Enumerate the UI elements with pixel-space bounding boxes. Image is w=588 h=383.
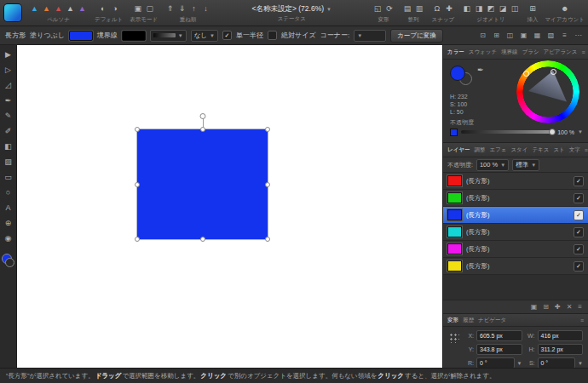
layer-row-selected[interactable]: (長方形) ✓	[443, 207, 588, 224]
layer-row[interactable]: (長方形) ✓	[443, 258, 588, 275]
tab-appearance[interactable]: アピアランス	[544, 49, 578, 56]
mask-layer-icon[interactable]: ▣	[531, 303, 538, 311]
stroke-width-dropdown[interactable]: ▼	[150, 30, 187, 42]
tab-character[interactable]: 文字	[569, 146, 580, 154]
x-input[interactable]: 605.5 px	[476, 330, 522, 341]
layer-visibility-checkbox[interactable]: ✓	[574, 193, 584, 203]
tab-brushes[interactable]: ブラシ	[522, 49, 539, 56]
tab-stroke[interactable]: 境界線	[501, 49, 518, 56]
viewmode-outline-icon[interactable]: ▢	[144, 3, 155, 14]
selection-handle-middle-right[interactable]	[265, 182, 270, 187]
add-layer-icon[interactable]: ✚	[555, 303, 561, 311]
corner-tool[interactable]: ◿	[2, 79, 14, 91]
blend-mode-dropdown[interactable]: 標準▼	[512, 159, 539, 171]
selection-handle-bottom-left[interactable]	[135, 237, 140, 242]
adjustment-layer-icon[interactable]: ⊞	[543, 303, 549, 311]
tab-styles[interactable]: スタイ	[510, 146, 527, 154]
layer-thumbnail[interactable]	[447, 243, 462, 254]
convert-to-curves-button[interactable]: カーブに変換	[390, 29, 443, 43]
layer-row[interactable]: (長方形) ✓	[443, 224, 588, 241]
margins-icon[interactable]: ▣	[519, 31, 528, 41]
layer-thumbnail[interactable]	[447, 260, 462, 272]
tab-color[interactable]: カラー	[447, 49, 464, 56]
distribute-icon[interactable]: ▥	[413, 3, 424, 14]
tab-navigator[interactable]: ナビゲータ	[478, 317, 506, 324]
layer-options-icon[interactable]: ≡	[578, 303, 582, 311]
fill-stroke-indicator[interactable]	[2, 254, 14, 267]
layer-row[interactable]: (長方形) ✓	[443, 190, 588, 207]
selection-handle-middle-left[interactable]	[135, 182, 140, 187]
sl-selector[interactable]	[551, 69, 556, 75]
opacity-slider[interactable]	[461, 130, 554, 134]
export-persona-icon[interactable]: ▲	[53, 3, 64, 14]
designer-persona-icon[interactable]: ▲	[29, 3, 40, 14]
fill-swatch[interactable]	[69, 31, 93, 41]
tab-stock[interactable]: スト	[553, 146, 564, 154]
absolute-size-checkbox[interactable]	[268, 31, 277, 40]
pen-tool[interactable]: ✒	[2, 94, 14, 106]
ellipse-tool[interactable]: ○	[2, 186, 14, 198]
boolean-xor-icon[interactable]: ◪	[497, 3, 508, 14]
single-radius-checkbox[interactable]: ✓	[222, 31, 232, 40]
move-backward-icon[interactable]: ↓	[200, 3, 211, 14]
panel-menu-icon[interactable]: ≡	[585, 147, 588, 153]
columns-icon[interactable]: ◫	[505, 31, 515, 41]
tab-history[interactable]: 履歴	[463, 317, 474, 324]
viewmode-vector-icon[interactable]: ▣	[132, 3, 143, 14]
width-input[interactable]: 416 px	[538, 330, 584, 341]
layer-thumbnail[interactable]	[447, 175, 462, 186]
delete-layer-icon[interactable]: ✕	[567, 303, 573, 311]
boolean-subtract-icon[interactable]: ◨	[473, 3, 484, 14]
panel-menu-icon[interactable]: ≡	[581, 49, 585, 55]
corner-type-dropdown[interactable]: ▼	[354, 30, 386, 42]
boolean-divide-icon[interactable]: ◫	[509, 3, 520, 14]
pixel-persona-icon[interactable]: ▲	[41, 3, 52, 14]
tab-swatches[interactable]: スウォッチ	[469, 49, 497, 56]
selection-handle-top-right[interactable]	[265, 127, 270, 132]
tab-layers[interactable]: レイヤー	[447, 146, 470, 154]
tab-adjustments[interactable]: 調整	[474, 146, 485, 154]
more-icon[interactable]: ⋯	[574, 31, 583, 41]
layer-thumbnail[interactable]	[447, 226, 462, 237]
transparency-tool[interactable]: ▨	[2, 156, 14, 168]
height-input[interactable]: 311.2 px	[538, 344, 584, 355]
align-icon[interactable]: ▤	[401, 3, 412, 14]
pixel-grid-icon[interactable]: ▦	[533, 31, 542, 41]
grid-icon[interactable]: ⊞	[492, 31, 501, 41]
layer-visibility-checkbox[interactable]: ✓	[574, 261, 584, 272]
layer-visibility-checkbox[interactable]: ✓	[574, 244, 584, 254]
snapping-magnet-icon[interactable]: Ω	[431, 3, 442, 14]
brush-tool[interactable]: ✐	[2, 125, 14, 137]
snapping-options-icon[interactable]: ✚	[443, 3, 454, 14]
opacity-knob[interactable]	[549, 129, 556, 135]
layer-row[interactable]: (長方形) ✓	[443, 173, 588, 190]
selection-handle-top-middle[interactable]	[200, 127, 205, 132]
canvas[interactable]	[17, 45, 443, 369]
insert-icon[interactable]: ⊞	[527, 3, 538, 14]
rulers-icon[interactable]: ▧	[546, 31, 556, 41]
menu-icon[interactable]: ≡	[560, 31, 569, 41]
zoom-tool[interactable]: ⊕	[2, 217, 14, 229]
rectangle-shape[interactable]	[137, 129, 268, 239]
rotate-icon[interactable]: ⟳	[383, 3, 395, 14]
eyedropper-icon[interactable]: ✒	[477, 66, 484, 74]
view-tool[interactable]: ◉	[2, 232, 14, 244]
selection-handle-bottom-right[interactable]	[265, 237, 270, 242]
chevron-down-icon[interactable]: ▼	[517, 361, 522, 366]
move-tool[interactable]: ▶	[2, 49, 14, 60]
boolean-intersect-icon[interactable]: ◩	[485, 3, 496, 14]
stroke-swatch[interactable]	[122, 31, 146, 41]
panel-menu-icon[interactable]: ≡	[580, 317, 584, 323]
guides-icon[interactable]: ⊡	[478, 31, 487, 41]
selection-handle-bottom-middle[interactable]	[200, 237, 205, 242]
stroke-color-circle[interactable]	[5, 258, 14, 267]
persona-icon[interactable]: ▲	[65, 3, 76, 14]
move-to-front-icon[interactable]: ⇑	[164, 3, 176, 14]
fill-tool[interactable]: ◧	[2, 140, 14, 152]
flip-icon[interactable]: ◱	[372, 3, 383, 14]
document-title[interactable]: <名称未設定> (72.6%)▼	[251, 4, 331, 14]
pencil-tool[interactable]: ✎	[2, 110, 14, 122]
move-forward-icon[interactable]: ↑	[188, 3, 199, 14]
layer-thumbnail[interactable]	[447, 192, 462, 203]
layer-visibility-checkbox[interactable]: ✓	[574, 176, 584, 186]
